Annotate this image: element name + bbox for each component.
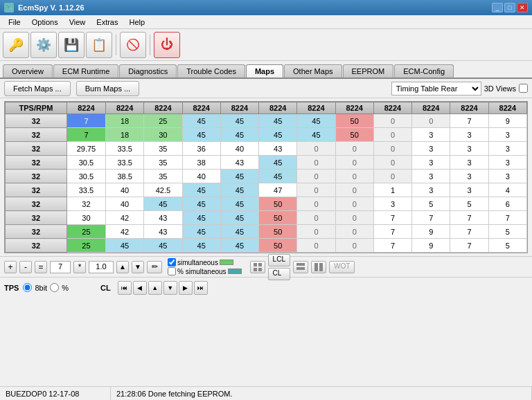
lcl-button[interactable]: LCL (268, 254, 290, 266)
toolbar-btn-2[interactable]: ⚙️ (30, 32, 57, 58)
nav-up[interactable]: ▲ (148, 281, 162, 295)
cell-2-4[interactable]: 40 (220, 142, 258, 156)
cell-5-5[interactable]: 47 (259, 183, 297, 197)
nav-down[interactable]: ▼ (163, 281, 177, 295)
cell-6-10[interactable]: 5 (450, 197, 488, 211)
cell-9-4[interactable]: 45 (220, 239, 258, 253)
cell-3-6[interactable]: 0 (297, 156, 335, 170)
cell-1-10[interactable]: 3 (450, 128, 488, 142)
cell-9-10[interactable]: 7 (450, 239, 488, 253)
burn-maps-button[interactable]: Burn Maps ... (76, 81, 139, 96)
cell-4-11[interactable]: 3 (488, 170, 526, 183)
cell-0-9[interactable]: 0 (412, 114, 450, 128)
cell-6-2[interactable]: 45 (144, 197, 182, 211)
cell-6-1[interactable]: 40 (105, 197, 143, 211)
cell-7-3[interactable]: 45 (182, 211, 220, 225)
map-select[interactable]: Timing Table Rear Timing Table Front (391, 82, 481, 96)
step-down-button[interactable]: ▼ (132, 261, 144, 273)
cell-6-3[interactable]: 45 (182, 197, 220, 211)
cell-8-2[interactable]: 43 (144, 225, 182, 239)
step-up-button[interactable]: ▲ (116, 261, 129, 273)
cell-5-0[interactable]: 33.5 (66, 183, 105, 197)
cell-9-0[interactable]: 25 (66, 239, 105, 253)
cell-5-3[interactable]: 45 (182, 183, 220, 197)
cell-5-2[interactable]: 42.5 (144, 183, 182, 197)
close-button[interactable]: ✕ (517, 3, 528, 12)
cell-5-4[interactable]: 45 (220, 183, 258, 197)
cell-7-7[interactable]: 0 (335, 211, 373, 225)
pct-simultaneous-checkbox[interactable] (168, 267, 176, 275)
row-4-header[interactable]: 32 (6, 170, 67, 183)
cell-6-5[interactable]: 50 (259, 197, 297, 211)
nav-next[interactable]: ▶ (179, 281, 193, 295)
cell-5-6[interactable]: 0 (297, 183, 335, 197)
cell-3-2[interactable]: 35 (144, 156, 182, 170)
cell-8-0[interactable]: 25 (66, 225, 105, 239)
cell-0-8[interactable]: 0 (373, 114, 411, 128)
cell-3-7[interactable]: 0 (335, 156, 373, 170)
cell-0-1[interactable]: 18 (105, 114, 143, 128)
cell-1-11[interactable]: 3 (488, 128, 526, 142)
nav-next-next[interactable]: ⏭ (194, 281, 208, 295)
cell-7-5[interactable]: 50 (259, 211, 297, 225)
cell-8-3[interactable]: 45 (182, 225, 220, 239)
toolbar-btn-3[interactable]: 💾 (58, 32, 85, 58)
cell-5-8[interactable]: 1 (373, 183, 411, 197)
cell-8-8[interactable]: 7 (373, 225, 411, 239)
tab-other-maps[interactable]: Other Maps (284, 64, 342, 78)
cell-2-7[interactable]: 0 (335, 142, 373, 156)
pencil-button[interactable]: ✏ (147, 261, 162, 273)
cell-2-11[interactable]: 3 (488, 142, 526, 156)
cell-2-9[interactable]: 3 (412, 142, 450, 156)
cell-9-7[interactable]: 0 (335, 239, 373, 253)
tab-overview[interactable]: Overview (3, 64, 53, 78)
cell-3-9[interactable]: 3 (412, 156, 450, 170)
cell-3-1[interactable]: 33.5 (105, 156, 143, 170)
cell-4-2[interactable]: 35 (144, 170, 182, 183)
cell-7-10[interactable]: 7 (450, 211, 488, 225)
cell-4-1[interactable]: 38.5 (105, 170, 143, 183)
cell-6-4[interactable]: 45 (220, 197, 258, 211)
cell-4-9[interactable]: 3 (412, 170, 450, 183)
row-8-header[interactable]: 32 (6, 225, 67, 239)
cell-0-4[interactable]: 45 (220, 114, 258, 128)
cell-1-8[interactable]: 0 (373, 128, 411, 142)
cell-0-10[interactable]: 7 (450, 114, 488, 128)
row-6-header[interactable]: 32 (6, 197, 67, 211)
maximize-button[interactable]: □ (504, 3, 515, 12)
cell-8-10[interactable]: 7 (450, 225, 488, 239)
tab-ecm-config[interactable]: ECM-Config (394, 64, 454, 78)
cell-5-11[interactable]: 4 (488, 183, 526, 197)
cell-0-6[interactable]: 45 (297, 114, 335, 128)
cell-7-0[interactable]: 30 (66, 211, 105, 225)
cell-8-11[interactable]: 5 (488, 225, 526, 239)
cell-7-1[interactable]: 42 (105, 211, 143, 225)
cell-5-7[interactable]: 0 (335, 183, 373, 197)
cell-1-2[interactable]: 30 (144, 128, 182, 142)
row-9-header[interactable]: 32 (6, 239, 67, 253)
plus-button[interactable]: + (4, 261, 17, 273)
cell-6-8[interactable]: 3 (373, 197, 411, 211)
cell-6-7[interactable]: 0 (335, 197, 373, 211)
cell-2-3[interactable]: 36 (182, 142, 220, 156)
cell-9-6[interactable]: 0 (297, 239, 335, 253)
minimize-button[interactable]: _ (492, 3, 503, 12)
nav-prev[interactable]: ◀ (133, 281, 147, 295)
cell-1-1[interactable]: 18 (105, 128, 143, 142)
cell-9-9[interactable]: 9 (412, 239, 450, 253)
tab-maps[interactable]: Maps (246, 64, 283, 78)
cell-9-8[interactable]: 7 (373, 239, 411, 253)
cell-8-4[interactable]: 45 (220, 225, 258, 239)
toolbar-btn-1[interactable]: 🔑 (3, 32, 29, 58)
cell-1-5[interactable]: 45 (259, 128, 297, 142)
nav-prev-prev[interactable]: ⏮ (118, 281, 132, 295)
cell-0-5[interactable]: 45 (259, 114, 297, 128)
cell-7-11[interactable]: 7 (488, 211, 526, 225)
cell-3-3[interactable]: 38 (182, 156, 220, 170)
cell-1-4[interactable]: 45 (220, 128, 258, 142)
menu-options[interactable]: Options (26, 17, 64, 27)
tps-pct-radio[interactable] (50, 283, 59, 292)
cell-3-0[interactable]: 30.5 (66, 156, 105, 170)
cell-4-3[interactable]: 40 (182, 170, 220, 183)
cell-0-7[interactable]: 50 (335, 114, 373, 128)
